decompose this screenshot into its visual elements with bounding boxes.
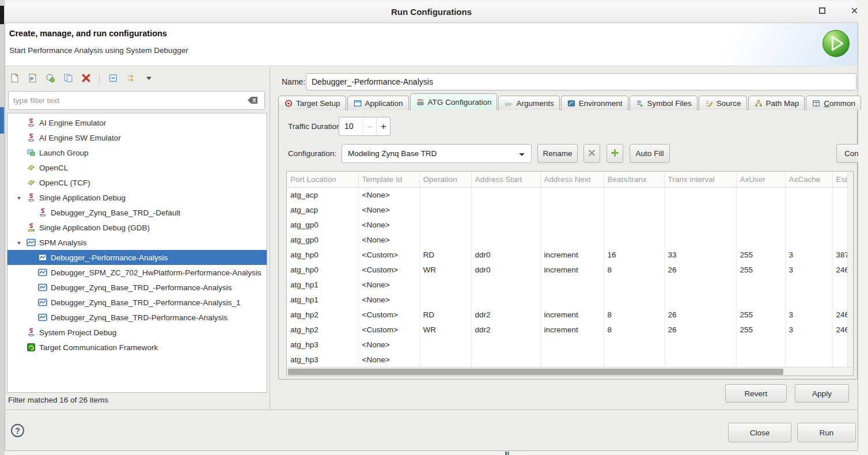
table-cell[interactable] [832, 277, 847, 292]
table-cell[interactable]: 255 [736, 262, 785, 277]
table-cell[interactable] [471, 292, 540, 307]
table-cell[interactable]: atg_acp [287, 187, 358, 202]
table-cell[interactable] [736, 202, 785, 217]
table-cell[interactable] [736, 217, 785, 232]
column-header[interactable]: Address Next [540, 172, 604, 187]
tree-item[interactable]: GDBSingle Application Debug (GDB) [7, 220, 267, 235]
table-cell[interactable] [540, 217, 604, 232]
run-button[interactable]: Run [797, 423, 856, 442]
table-cell[interactable]: WR [419, 322, 471, 337]
table-cell[interactable]: <Custom> [358, 247, 419, 262]
table-cell[interactable] [419, 352, 471, 367]
table-cell[interactable] [785, 187, 832, 202]
clear-filter-button[interactable] [247, 96, 261, 106]
tree-item[interactable]: TCFAI Engine SW Emulator [7, 130, 267, 145]
table-cell[interactable]: increment [540, 322, 604, 337]
table-cell[interactable]: ddr2 [471, 307, 540, 322]
table-cell[interactable] [540, 202, 604, 217]
table-cell[interactable] [785, 277, 832, 292]
table-cell[interactable] [736, 187, 785, 202]
horizontal-scrollbar-thumb[interactable] [288, 369, 783, 375]
table-cell[interactable]: <None> [358, 217, 419, 232]
table-row[interactable]: atg_acp<None> [287, 187, 847, 202]
new-config-button[interactable]: + [8, 73, 21, 85]
table-cell[interactable] [832, 202, 847, 217]
table-cell[interactable] [540, 292, 604, 307]
maximize-button[interactable] [816, 5, 828, 18]
table-row[interactable]: atg_gp0<None> [287, 217, 847, 232]
table-cell[interactable]: <None> [358, 337, 419, 352]
table-cell[interactable] [540, 277, 604, 292]
table-cell[interactable] [471, 202, 540, 217]
table-cell[interactable] [832, 337, 847, 352]
table-cell[interactable]: WR [419, 262, 471, 277]
table-cell[interactable]: atg_hp1 [287, 277, 358, 292]
table-cell[interactable] [419, 337, 471, 352]
table-row[interactable]: atg_hp1<None> [287, 292, 847, 307]
table-cell[interactable] [540, 187, 604, 202]
table-cell[interactable] [832, 292, 847, 307]
table-cell[interactable] [604, 187, 664, 202]
delete-config-button[interactable] [79, 73, 92, 85]
tab-common[interactable]: Common [806, 96, 861, 110]
table-cell[interactable]: atg_gp0 [287, 217, 358, 232]
table-cell[interactable]: 3 [785, 247, 832, 262]
table-cell[interactable] [471, 277, 540, 292]
table-cell[interactable] [419, 217, 471, 232]
table-cell[interactable] [664, 337, 736, 352]
table-cell[interactable] [419, 292, 471, 307]
table-cell[interactable] [832, 217, 847, 232]
rename-button[interactable]: Rename [537, 144, 578, 163]
table-cell[interactable] [419, 277, 471, 292]
tree-item[interactable]: Debugger_Zynq_Base_TRD-Performance-Analy… [7, 310, 267, 325]
table-cell[interactable]: <None> [358, 187, 419, 202]
table-cell[interactable] [664, 232, 736, 247]
table-vertical-scrollbar[interactable] [847, 172, 853, 367]
column-header[interactable]: Tranx interval [664, 172, 736, 187]
table-cell[interactable]: increment [540, 247, 604, 262]
table-cell[interactable]: ddr2 [471, 322, 540, 337]
table-cell[interactable]: <Custom> [358, 262, 419, 277]
expander-icon[interactable]: ▾ [14, 240, 24, 246]
table-cell[interactable] [664, 217, 736, 232]
collapse-all-button[interactable] [107, 73, 119, 85]
table-cell[interactable] [664, 187, 736, 202]
table-cell[interactable] [540, 337, 604, 352]
tree-item[interactable]: Debugger_Zynq_Base_TRD_-Performance-Anal… [7, 295, 267, 310]
table-cell[interactable]: 255 [736, 247, 785, 262]
table-cell[interactable] [604, 217, 664, 232]
table-cell[interactable] [736, 232, 785, 247]
duplicate-config-button[interactable] [62, 73, 74, 85]
table-cell[interactable] [785, 352, 832, 367]
table-cell[interactable] [419, 187, 471, 202]
table-cell[interactable] [471, 337, 540, 352]
tab-application[interactable]: Application [347, 96, 409, 110]
table-cell[interactable] [604, 202, 664, 217]
table-row[interactable]: atg_hp0<Custom>WRddr0increment8262553246 [287, 262, 847, 277]
apply-button[interactable]: Apply [795, 384, 849, 403]
filter-input[interactable] [9, 96, 247, 105]
table-cell[interactable]: <None> [358, 352, 419, 367]
table-cell[interactable] [664, 277, 736, 292]
table-cell[interactable] [419, 232, 471, 247]
table-cell[interactable]: 26 [664, 262, 736, 277]
table-cell[interactable]: 3 [785, 262, 832, 277]
table-cell[interactable]: atg_hp3 [287, 337, 358, 352]
column-header[interactable]: AxCache [785, 172, 832, 187]
table-row[interactable]: atg_hp0<Custom>RDddr0increment1633255338… [287, 247, 847, 262]
column-header[interactable]: Address Start [471, 172, 540, 187]
table-cell[interactable]: 255 [736, 307, 785, 322]
column-header[interactable]: Operation [419, 172, 471, 187]
close-button[interactable]: Close [728, 423, 791, 442]
table-cell[interactable]: RD [419, 247, 471, 262]
tab-source[interactable]: Source [699, 96, 747, 110]
tab-environment[interactable]: Environment [561, 96, 628, 110]
table-cell[interactable] [832, 232, 847, 247]
table-cell[interactable] [471, 232, 540, 247]
delete-configuration-button[interactable] [583, 144, 600, 163]
table-cell[interactable] [785, 292, 832, 307]
auto-fill-button[interactable]: Auto Fill [630, 144, 670, 163]
table-cell[interactable] [419, 202, 471, 217]
table-cell[interactable]: <Custom> [358, 307, 419, 322]
table-cell[interactable]: <None> [358, 277, 419, 292]
